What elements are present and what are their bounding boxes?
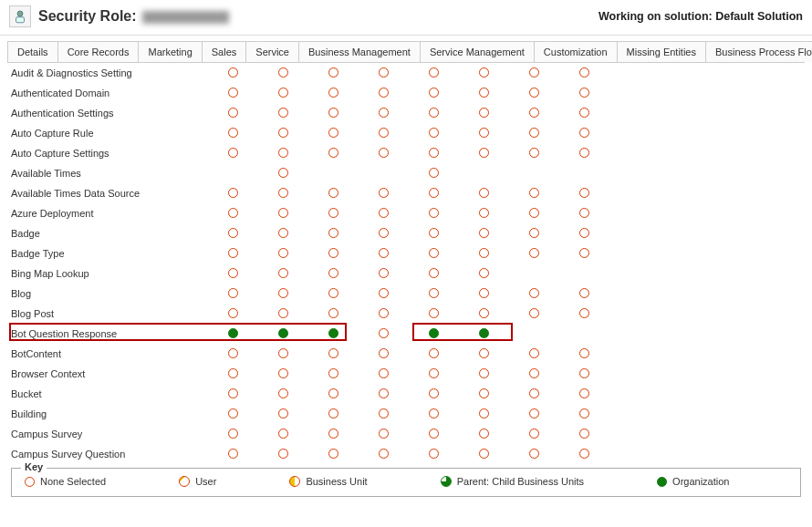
privilege-cell[interactable] bbox=[359, 83, 409, 103]
privilege-cell[interactable] bbox=[459, 404, 509, 424]
privilege-cell[interactable] bbox=[258, 384, 308, 404]
privilege-cell[interactable] bbox=[308, 264, 359, 284]
privilege-cell[interactable] bbox=[308, 163, 359, 183]
privilege-cell[interactable] bbox=[359, 364, 409, 384]
privilege-cell[interactable] bbox=[409, 264, 459, 284]
privilege-cell[interactable] bbox=[559, 304, 609, 324]
privilege-cell[interactable] bbox=[459, 223, 509, 243]
privilege-cell[interactable] bbox=[559, 444, 609, 462]
privilege-cell[interactable] bbox=[509, 223, 559, 243]
privilege-cell[interactable] bbox=[409, 404, 459, 424]
privilege-cell[interactable] bbox=[308, 243, 359, 264]
privilege-cell[interactable] bbox=[559, 203, 609, 223]
privilege-cell[interactable] bbox=[208, 424, 258, 444]
privilege-cell[interactable] bbox=[559, 63, 609, 83]
privilege-cell[interactable] bbox=[459, 103, 509, 123]
privilege-cell[interactable] bbox=[559, 264, 609, 284]
tab-core[interactable]: Core Records bbox=[57, 41, 140, 62]
privilege-cell[interactable] bbox=[509, 364, 559, 384]
privilege-cell[interactable] bbox=[308, 103, 359, 123]
privilege-cell[interactable] bbox=[359, 424, 409, 444]
privilege-cell[interactable] bbox=[409, 63, 459, 83]
privilege-cell[interactable] bbox=[258, 264, 308, 284]
privilege-cell[interactable] bbox=[308, 183, 359, 203]
privilege-cell[interactable] bbox=[208, 384, 258, 404]
privilege-cell[interactable] bbox=[409, 103, 459, 123]
tab-marketing[interactable]: Marketing bbox=[138, 41, 202, 62]
privilege-cell[interactable] bbox=[359, 163, 409, 183]
privilege-cell[interactable] bbox=[459, 424, 509, 444]
privilege-cell[interactable] bbox=[258, 344, 308, 364]
privilege-cell[interactable] bbox=[559, 384, 609, 404]
privilege-cell[interactable] bbox=[509, 384, 559, 404]
privilege-cell[interactable] bbox=[359, 143, 409, 163]
privilege-cell[interactable] bbox=[308, 143, 359, 163]
privilege-cell[interactable] bbox=[459, 264, 509, 284]
privilege-cell[interactable] bbox=[258, 123, 308, 143]
privilege-cell[interactable] bbox=[559, 344, 609, 364]
privilege-cell[interactable] bbox=[359, 183, 409, 203]
privilege-cell[interactable] bbox=[459, 123, 509, 143]
privilege-cell[interactable] bbox=[208, 404, 258, 424]
privilege-cell[interactable] bbox=[459, 364, 509, 384]
privilege-cell[interactable] bbox=[208, 223, 258, 243]
privilege-cell[interactable] bbox=[258, 203, 308, 223]
privilege-cell[interactable] bbox=[258, 424, 308, 444]
privilege-cell[interactable] bbox=[459, 163, 509, 183]
privilege-cell[interactable] bbox=[509, 264, 559, 284]
privilege-cell[interactable] bbox=[359, 284, 409, 304]
privilege-cell[interactable] bbox=[359, 324, 409, 344]
privilege-cell[interactable] bbox=[559, 143, 609, 163]
privilege-cell[interactable] bbox=[308, 304, 359, 324]
privilege-cell[interactable] bbox=[359, 344, 409, 364]
tab-bpf[interactable]: Business Process Flows bbox=[705, 41, 812, 62]
privilege-cell[interactable] bbox=[208, 444, 258, 462]
privilege-cell[interactable] bbox=[559, 103, 609, 123]
privilege-cell[interactable] bbox=[559, 83, 609, 103]
privilege-cell[interactable] bbox=[258, 304, 308, 324]
privilege-cell[interactable] bbox=[559, 163, 609, 183]
privilege-cell[interactable] bbox=[509, 163, 559, 183]
privilege-cell[interactable] bbox=[308, 344, 359, 364]
privilege-cell[interactable] bbox=[359, 404, 409, 424]
privilege-cell[interactable] bbox=[559, 424, 609, 444]
privilege-cell[interactable] bbox=[559, 243, 609, 264]
privilege-cell[interactable] bbox=[308, 404, 359, 424]
privilege-cell[interactable] bbox=[308, 123, 359, 143]
tab-sales[interactable]: Sales bbox=[202, 41, 247, 62]
privilege-cell[interactable] bbox=[509, 103, 559, 123]
privilege-cell[interactable] bbox=[208, 203, 258, 223]
tab-details[interactable]: Details bbox=[7, 41, 58, 62]
privilege-cell[interactable] bbox=[208, 183, 258, 203]
privilege-cell[interactable] bbox=[359, 223, 409, 243]
tab-svcmgmt[interactable]: Service Management bbox=[420, 41, 535, 62]
privilege-cell[interactable] bbox=[208, 143, 258, 163]
privilege-cell[interactable] bbox=[208, 324, 258, 344]
privilege-cell[interactable] bbox=[509, 304, 559, 324]
privilege-cell[interactable] bbox=[308, 424, 359, 444]
privilege-cell[interactable] bbox=[559, 223, 609, 243]
privilege-cell[interactable] bbox=[409, 304, 459, 324]
privilege-cell[interactable] bbox=[308, 384, 359, 404]
privilege-cell[interactable] bbox=[459, 83, 509, 103]
privilege-cell[interactable] bbox=[409, 123, 459, 143]
privilege-cell[interactable] bbox=[509, 344, 559, 364]
privilege-cell[interactable] bbox=[208, 344, 258, 364]
privilege-cell[interactable] bbox=[509, 183, 559, 203]
privilege-cell[interactable] bbox=[459, 344, 509, 364]
privilege-cell[interactable] bbox=[258, 223, 308, 243]
privilege-cell[interactable] bbox=[409, 163, 459, 183]
privilege-cell[interactable] bbox=[359, 103, 409, 123]
privilege-cell[interactable] bbox=[409, 384, 459, 404]
privilege-cell[interactable] bbox=[509, 203, 559, 223]
privilege-cell[interactable] bbox=[459, 444, 509, 462]
privilege-cell[interactable] bbox=[559, 324, 609, 344]
privilege-cell[interactable] bbox=[258, 103, 308, 123]
privilege-cell[interactable] bbox=[459, 243, 509, 264]
privilege-cell[interactable] bbox=[409, 284, 459, 304]
privilege-cell[interactable] bbox=[208, 63, 258, 83]
privilege-cell[interactable] bbox=[258, 143, 308, 163]
privilege-cell[interactable] bbox=[559, 284, 609, 304]
privilege-cell[interactable] bbox=[509, 143, 559, 163]
privilege-cell[interactable] bbox=[409, 183, 459, 203]
